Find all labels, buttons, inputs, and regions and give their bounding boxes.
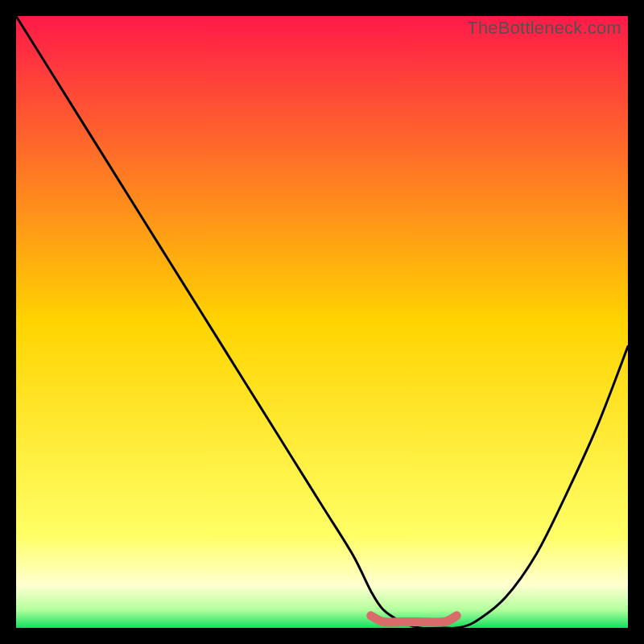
chart-frame: TheBottleneck.com (16, 16, 628, 628)
chart-background (16, 16, 628, 628)
bottleneck-chart (16, 16, 628, 628)
watermark-text: TheBottleneck.com (467, 18, 621, 39)
